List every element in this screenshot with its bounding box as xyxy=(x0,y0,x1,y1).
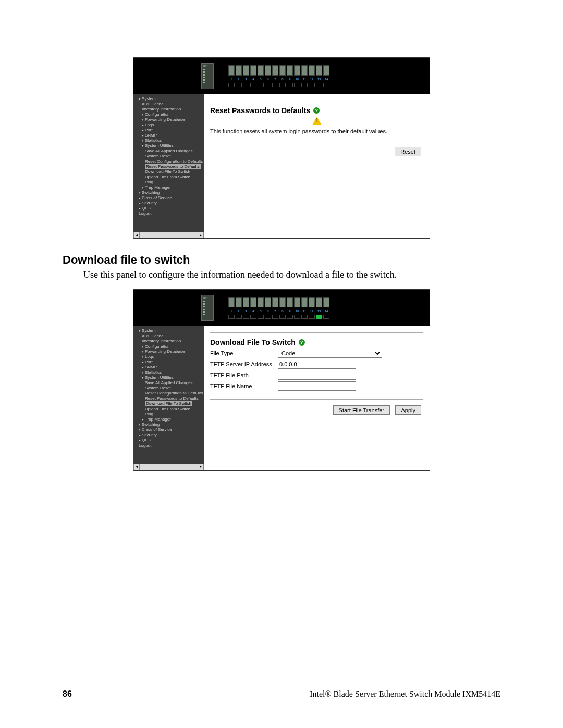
tftp-ip-input[interactable] xyxy=(278,360,356,369)
switch-port[interactable] xyxy=(323,297,329,307)
port-number: 7 xyxy=(272,78,278,81)
nav-item[interactable]: ARP Cache xyxy=(133,102,204,107)
port-number: 14 xyxy=(323,310,329,313)
nav-item[interactable]: QOS xyxy=(133,206,204,211)
port-number: 6 xyxy=(265,78,271,81)
nav-item[interactable]: Security xyxy=(133,201,204,206)
nav-item[interactable]: Inventory Information xyxy=(133,339,204,344)
switch-port[interactable] xyxy=(316,65,322,76)
nav-item[interactable]: Reset Passwords to Defaults xyxy=(145,164,201,169)
switch-port[interactable] xyxy=(258,297,264,307)
switch-port[interactable] xyxy=(243,65,249,76)
warning-icon xyxy=(312,117,322,125)
nav-item[interactable]: Statistics xyxy=(133,138,204,143)
scroll-left-icon[interactable]: ◂ xyxy=(133,464,140,470)
help-icon[interactable]: ? xyxy=(313,107,320,114)
nav-item[interactable]: Logout xyxy=(133,443,204,448)
switch-port[interactable] xyxy=(301,65,308,76)
nav-item[interactable]: Upload File From Switch xyxy=(133,406,204,412)
switch-port[interactable] xyxy=(265,65,271,76)
nav-item[interactable]: QOS xyxy=(133,438,204,443)
nav-item[interactable]: Inventory Information xyxy=(133,107,204,112)
scroll-right-icon[interactable]: ▸ xyxy=(198,232,204,238)
switch-port[interactable] xyxy=(228,65,235,76)
switch-port[interactable] xyxy=(309,297,315,307)
switch-port[interactable] xyxy=(323,65,329,76)
switch-port[interactable] xyxy=(250,65,256,76)
tftp-path-input[interactable] xyxy=(278,371,356,380)
nav-item[interactable]: Statistics xyxy=(133,370,204,375)
nav-item[interactable]: System Reset xyxy=(133,386,204,391)
sidebar-scrollbar[interactable]: ◂ ▸ xyxy=(133,464,204,470)
switch-port[interactable] xyxy=(272,65,278,76)
switch-port[interactable] xyxy=(228,297,235,307)
port-number: 2 xyxy=(236,310,242,313)
switch-port[interactable] xyxy=(250,297,256,307)
nav-item[interactable]: System Utilities xyxy=(133,375,204,380)
scroll-left-icon[interactable]: ◂ xyxy=(133,232,140,238)
file-type-select[interactable]: Code xyxy=(278,349,382,358)
switch-port[interactable] xyxy=(258,65,264,76)
switch-port[interactable] xyxy=(279,297,286,307)
nav-item[interactable]: SNMP xyxy=(133,365,204,370)
tftp-name-input[interactable] xyxy=(278,381,356,391)
nav-sidebar: SystemARP CacheInventory InformationConf… xyxy=(133,326,204,470)
nav-item[interactable]: Class of Service xyxy=(133,195,204,201)
port-led-icon xyxy=(258,315,264,319)
nav-item[interactable]: Download File To Switch xyxy=(145,401,192,406)
nav-item[interactable]: Switching xyxy=(133,422,204,427)
port-led-icon xyxy=(323,315,329,319)
nav-item[interactable]: Configuration xyxy=(133,344,204,349)
nav-item[interactable]: Reset Configuration to Defaults xyxy=(133,391,204,396)
nav-item[interactable]: Reset Passwords to Defaults xyxy=(133,396,204,401)
switch-port[interactable] xyxy=(279,65,286,76)
tftp-ip-label: TFTP Server IP Address xyxy=(210,361,278,367)
nav-item[interactable]: Forwarding Database xyxy=(133,349,204,354)
switch-port[interactable] xyxy=(309,65,315,76)
nav-item[interactable]: Logout xyxy=(133,211,204,216)
nav-item[interactable]: Configuration xyxy=(133,112,204,117)
nav-item[interactable]: Trap Manager xyxy=(133,185,204,190)
help-icon[interactable]: ? xyxy=(299,339,305,346)
nav-item[interactable]: Logs xyxy=(133,122,204,128)
nav-item[interactable]: Class of Service xyxy=(133,427,204,433)
switch-port[interactable] xyxy=(236,297,242,307)
nav-item[interactable]: Switching xyxy=(133,190,204,195)
nav-item[interactable]: System xyxy=(133,96,204,102)
nav-item[interactable]: Port xyxy=(133,360,204,365)
nav-item[interactable]: Ping xyxy=(133,412,204,417)
nav-item[interactable]: Logs xyxy=(133,354,204,360)
switch-port[interactable] xyxy=(265,297,271,307)
nav-item[interactable]: System Reset xyxy=(133,154,204,159)
switch-port[interactable] xyxy=(287,297,293,307)
scroll-right-icon[interactable]: ▸ xyxy=(198,464,204,470)
sidebar-scrollbar[interactable]: ◂ ▸ xyxy=(133,232,204,238)
nav-item[interactable]: ARP Cache xyxy=(133,334,204,339)
nav-item[interactable]: Port xyxy=(133,128,204,133)
switch-port[interactable] xyxy=(243,297,249,307)
start-file-transfer-button[interactable]: Start File Transfer xyxy=(333,405,390,415)
scroll-track[interactable] xyxy=(140,232,198,238)
nav-item[interactable]: SNMP xyxy=(133,133,204,138)
switch-port[interactable] xyxy=(236,65,242,76)
nav-item[interactable]: Ping xyxy=(133,180,204,185)
nav-item[interactable]: Save All Applied Changes xyxy=(133,149,204,154)
switch-port[interactable] xyxy=(301,297,308,307)
switch-port[interactable] xyxy=(316,297,322,307)
scroll-track[interactable] xyxy=(140,464,198,470)
reset-button[interactable]: Reset xyxy=(395,147,421,156)
nav-item[interactable]: Forwarding Database xyxy=(133,117,204,122)
nav-item[interactable]: System Utilities xyxy=(133,143,204,149)
switch-port[interactable] xyxy=(294,65,300,76)
switch-port[interactable] xyxy=(294,297,300,307)
nav-item[interactable]: Reset Configuration to Defaults xyxy=(133,159,204,164)
switch-port[interactable] xyxy=(287,65,293,76)
apply-button[interactable]: Apply xyxy=(395,405,421,415)
nav-item[interactable]: Upload File From Switch xyxy=(133,175,204,180)
nav-item[interactable]: Trap Manager xyxy=(133,417,204,422)
nav-item[interactable]: Download File To Switch xyxy=(133,169,204,175)
switch-port[interactable] xyxy=(272,297,278,307)
nav-item[interactable]: System xyxy=(133,328,204,334)
nav-item[interactable]: Security xyxy=(133,433,204,438)
nav-item[interactable]: Save All Applied Changes xyxy=(133,380,204,386)
